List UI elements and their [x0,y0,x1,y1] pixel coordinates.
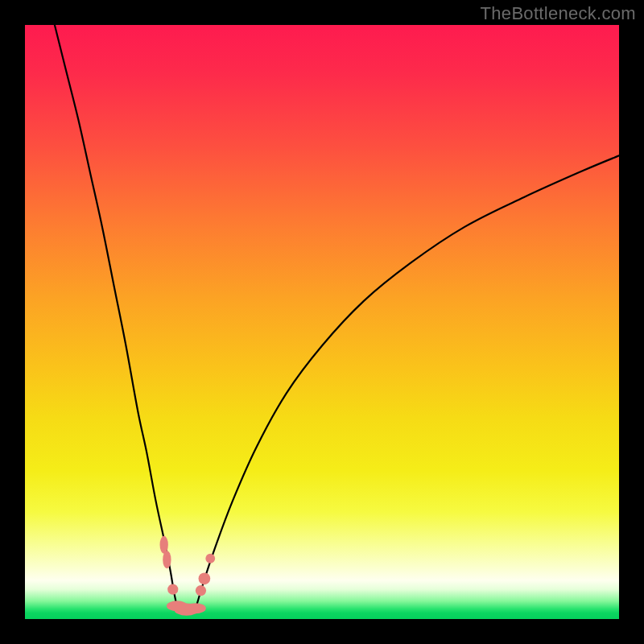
curves-svg [25,25,619,619]
right-curve [196,155,619,607]
scatter-dots [160,536,216,616]
scatter-dot [196,585,206,596]
watermark-text: TheBottleneck.com [481,3,636,24]
scatter-dot [163,551,171,568]
scatter-dot [198,572,210,584]
left-curve [55,25,177,607]
plot-area [25,25,619,619]
scatter-dot [185,603,206,613]
scatter-dot [205,554,215,564]
scatter-dot [167,584,178,594]
chart-stage: TheBottleneck.com [0,0,644,644]
